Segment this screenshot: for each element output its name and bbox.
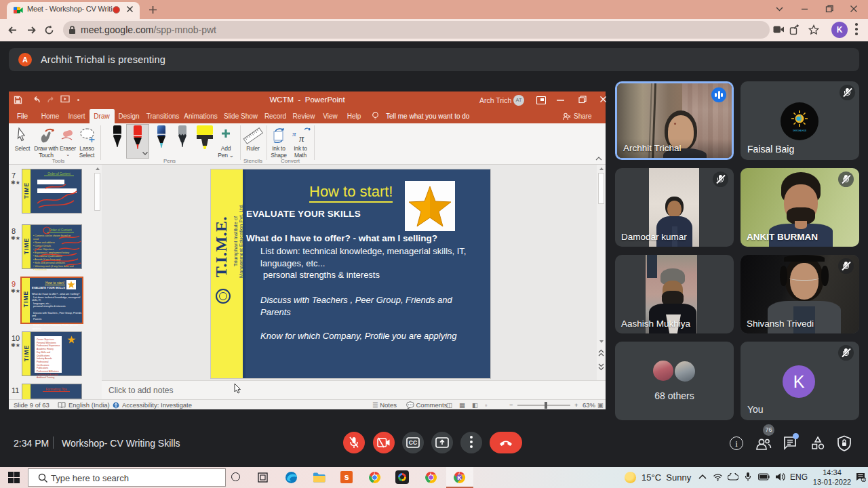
svg-text:CC: CC: [409, 439, 417, 446]
svg-text:2: 2: [863, 477, 865, 482]
svg-text:π: π: [299, 133, 304, 144]
svg-text:π: π: [292, 129, 296, 138]
svg-text:K: K: [457, 474, 462, 481]
